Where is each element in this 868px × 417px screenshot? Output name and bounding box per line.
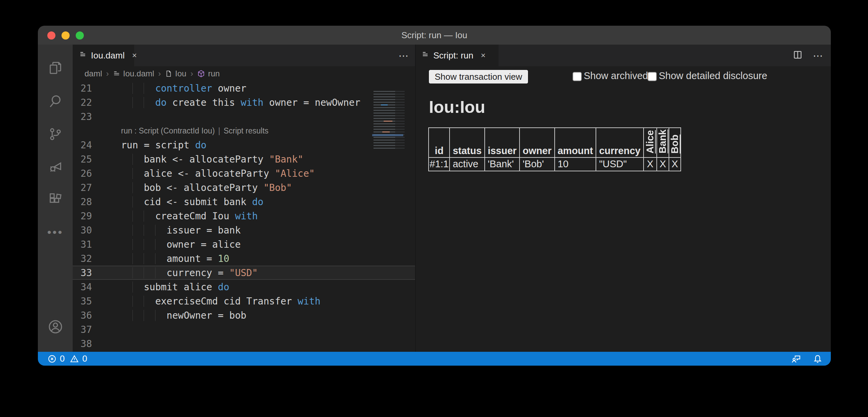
more-actions-icon[interactable]: •••: [38, 219, 73, 246]
line-number: 36: [73, 310, 105, 321]
window-title: Script: run — Iou: [38, 26, 831, 45]
breadcrumb-file[interactable]: Iou.daml: [113, 69, 154, 78]
split-editor-icon[interactable]: [793, 50, 803, 61]
line-number: 28: [73, 196, 105, 207]
party-column-header-bank: Bank: [657, 128, 669, 157]
template-heading: Iou:Iou: [429, 97, 485, 117]
line-number: 21: [73, 83, 105, 94]
code-line[interactable]: 22 do create this with owner = newOwner: [73, 95, 415, 109]
column-header-issuer: issuer: [485, 128, 520, 157]
code-editor[interactable]: 21 controller owner22 do create this wit…: [73, 81, 415, 352]
table-cell: 10: [555, 157, 596, 171]
code-line[interactable]: 36 newOwner = bob: [73, 308, 415, 322]
column-header-status: status: [450, 128, 484, 157]
code-line[interactable]: 35 exerciseCmd cid Transfer with: [73, 294, 415, 308]
line-number: 26: [73, 168, 105, 179]
tab-script-run[interactable]: Script: run ×: [416, 45, 499, 66]
line-number: 35: [73, 296, 105, 307]
show-archived-label[interactable]: Show archived: [584, 70, 648, 81]
breadcrumb-symbol-run[interactable]: run: [197, 69, 220, 78]
line-number: 33: [73, 267, 105, 278]
codelens-signature[interactable]: run : Script (ContractId Iou): [121, 126, 215, 136]
breadcrumb-module[interactable]: Iou: [165, 69, 186, 78]
code-line[interactable]: 24run = script do: [73, 138, 415, 152]
code-line[interactable]: 23: [73, 109, 415, 124]
code-line[interactable]: 33 currency = "USD": [73, 266, 415, 280]
panel-tab-bar: Script: run × ⋯: [416, 45, 831, 66]
account-icon[interactable]: [38, 313, 73, 340]
error-count: 0: [60, 353, 65, 364]
line-number: 24: [73, 140, 105, 151]
close-tab-icon[interactable]: ×: [481, 51, 486, 60]
status-bar: 0 0: [38, 352, 831, 366]
editor-more-actions-icon[interactable]: ⋯: [399, 50, 410, 62]
table-cell: X: [657, 157, 669, 171]
line-number: 31: [73, 239, 105, 250]
file-icon: [165, 70, 172, 77]
minimap-current-line: [372, 134, 403, 136]
cube-icon: [197, 70, 205, 78]
line-number: 37: [73, 324, 105, 335]
code-line[interactable]: 31 owner = alice: [73, 237, 415, 251]
search-icon[interactable]: [38, 88, 73, 115]
show-detailed-disclosure-label[interactable]: Show detailed disclosure: [659, 70, 767, 81]
code-line[interactable]: 21 controller owner: [73, 81, 415, 95]
code-line[interactable]: 38: [73, 337, 415, 351]
editor-group: Iou.daml × ⋯ daml › Iou.daml › Iou › run…: [73, 45, 415, 352]
line-number: 23: [73, 111, 105, 122]
source-control-icon[interactable]: [38, 121, 73, 148]
code-line[interactable]: 30 issuer = bank: [73, 223, 415, 237]
explorer-icon[interactable]: [38, 55, 73, 82]
code-line[interactable]: 28 cid <- submit bank do: [73, 195, 415, 209]
show-archived-checkbox[interactable]: [573, 72, 582, 81]
code-line[interactable]: 32 amount = 10: [73, 251, 415, 266]
breadcrumb-separator: ›: [190, 69, 193, 78]
list-icon: [113, 70, 120, 77]
minimap[interactable]: [373, 91, 405, 150]
run-and-debug-icon[interactable]: [38, 153, 73, 180]
title-bar: Script: run — Iou: [38, 26, 831, 45]
line-number: 34: [73, 281, 105, 293]
code-line[interactable]: 37: [73, 322, 415, 337]
feedback-icon[interactable]: [791, 354, 801, 364]
column-header-currency: currency: [596, 128, 644, 157]
line-number: 29: [73, 211, 105, 222]
editor-tab-bar: Iou.daml × ⋯: [73, 45, 415, 66]
activity-bar: •••: [38, 45, 73, 352]
show-detailed-disclosure-checkbox[interactable]: [648, 72, 657, 81]
breadcrumb-separator: ›: [158, 69, 161, 78]
close-tab-icon[interactable]: ×: [132, 51, 137, 60]
column-header-amount: amount: [555, 128, 596, 157]
table-cell: X: [669, 157, 681, 171]
breadcrumb-folder[interactable]: daml: [85, 69, 102, 78]
code-line[interactable]: 26 alice <- allocateParty "Alice": [73, 166, 415, 180]
problems-status[interactable]: 0 0: [47, 352, 87, 366]
script-panel-group: Script: run × ⋯ Show transaction view Sh…: [416, 45, 831, 352]
table-cell: "USD": [596, 157, 644, 171]
notifications-bell-icon[interactable]: [813, 354, 823, 364]
codelens-script-results-link[interactable]: Script results: [223, 126, 268, 136]
party-column-header-alice: Alice: [644, 128, 657, 157]
code-line[interactable]: 34 submit alice do: [73, 280, 415, 294]
warning-count: 0: [82, 353, 87, 364]
extensions-icon[interactable]: [38, 186, 73, 213]
party-column-header-bob: Bob: [669, 128, 681, 157]
code-line[interactable]: 27 bob <- allocateParty "Bob": [73, 180, 415, 195]
contract-row: #1:1active'Bank''Bob'10"USD"XXX: [429, 157, 681, 171]
error-icon: [47, 354, 57, 364]
list-icon: [79, 50, 87, 61]
panel-more-actions-icon[interactable]: ⋯: [813, 50, 824, 62]
table-header-row: idstatusissuerowneramountcurrencyAliceBa…: [429, 128, 681, 157]
table-cell: X: [644, 157, 657, 171]
table-cell: 'Bank': [485, 157, 520, 171]
column-header-owner: owner: [520, 128, 554, 157]
line-number: 22: [73, 97, 105, 108]
breadcrumb: daml › Iou.daml › Iou › run: [73, 66, 415, 81]
code-line[interactable]: 29 createCmd Iou with: [73, 209, 415, 223]
line-number: 27: [73, 182, 105, 193]
show-transaction-view-button[interactable]: Show transaction view: [429, 70, 528, 83]
vscode-window: Script: run — Iou: [38, 26, 831, 366]
tab-iou-daml[interactable]: Iou.daml ×: [73, 45, 134, 66]
code-line[interactable]: 25 bank <- allocateParty "Bank": [73, 152, 415, 166]
tab-label: Iou.daml: [91, 50, 125, 61]
